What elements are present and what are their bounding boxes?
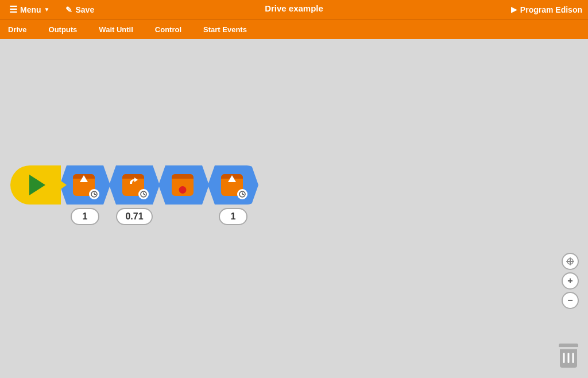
nav-item-wait-until[interactable]: Wait Until <box>96 22 135 37</box>
zoom-center-button[interactable] <box>562 253 579 270</box>
svg-line-5 <box>144 194 145 195</box>
top-bar: ☰ Menu ▼ ✎ Save Drive example ▶ Program … <box>0 0 588 19</box>
block-value-1[interactable]: 1 <box>71 208 99 225</box>
block-icon-container-2 <box>122 172 146 198</box>
block-icon-container <box>73 172 97 198</box>
cmd-block-body <box>60 165 110 205</box>
drive-forward-block-2[interactable]: 1 <box>208 165 258 225</box>
svg-point-9 <box>567 259 573 264</box>
play-icon: ▶ <box>511 5 517 14</box>
block-value-4[interactable]: 1 <box>219 208 247 225</box>
nav-item-start-events[interactable]: Start Events <box>201 22 249 37</box>
trash-lid <box>559 344 578 347</box>
drive-forward-block-1[interactable]: 1 <box>60 165 110 225</box>
clock-badge-4 <box>237 189 247 199</box>
nav-item-outputs[interactable]: Outputs <box>47 22 80 37</box>
menu-label: Menu <box>20 5 41 14</box>
arrow-up-icon <box>80 175 88 182</box>
nav-item-drive[interactable]: Drive <box>6 22 29 37</box>
trash-lines <box>563 353 574 363</box>
trash-body <box>560 349 577 368</box>
program-blocks: 1 0.71 <box>10 165 258 225</box>
cmd-block-body-3 <box>158 165 209 205</box>
svg-line-8 <box>242 194 244 195</box>
top-bar-left: ☰ Menu ▼ ✎ Save <box>6 2 98 17</box>
zoom-in-button[interactable]: + <box>562 272 579 290</box>
page-title: Drive example <box>265 3 323 13</box>
block-icon-container-3 <box>172 172 196 198</box>
menu-chevron-icon: ▼ <box>44 6 50 13</box>
program-edison-button[interactable]: ▶ Program Edison <box>511 5 582 14</box>
zoom-in-icon: + <box>567 276 572 286</box>
cmd-block-body-2 <box>109 165 160 205</box>
arrow-up-icon-2 <box>228 175 236 182</box>
zoom-out-icon: − <box>567 295 572 306</box>
nav-bar: Drive Outputs Wait Until Control Start E… <box>0 19 588 39</box>
menu-icon: ☰ <box>9 4 17 15</box>
program-edison-label: Program Edison <box>520 5 582 14</box>
trash-line-2 <box>568 353 570 363</box>
trash-line-3 <box>572 353 574 363</box>
cmd-block-body-4 <box>208 165 258 205</box>
drive-stop-block[interactable] <box>158 165 209 205</box>
trash-line-1 <box>563 353 565 363</box>
turn-arrow-icon <box>125 176 141 192</box>
robot-stop-icon <box>172 174 194 196</box>
clock-badge-2 <box>138 189 149 199</box>
block-value-2[interactable]: 0.71 <box>116 208 152 225</box>
play-triangle-icon <box>29 175 45 195</box>
save-label: Save <box>75 5 94 14</box>
nav-item-control[interactable]: Control <box>153 22 184 37</box>
canvas-area: 1 0.71 <box>0 39 588 378</box>
menu-button[interactable]: ☰ Menu ▼ <box>6 2 53 17</box>
zoom-controls: + − <box>562 253 579 309</box>
zoom-out-button[interactable]: − <box>562 292 579 309</box>
clock-badge-1 <box>89 189 99 199</box>
block-icon-container-4 <box>221 172 245 198</box>
start-block[interactable] <box>10 165 61 205</box>
crosshair-icon <box>566 257 575 266</box>
pencil-icon: ✎ <box>65 5 72 14</box>
svg-line-2 <box>94 194 96 195</box>
drive-turn-block[interactable]: 0.71 <box>109 165 160 225</box>
stop-dot-icon <box>179 186 187 194</box>
save-button[interactable]: ✎ Save <box>62 3 98 17</box>
trash-button[interactable] <box>558 344 579 368</box>
